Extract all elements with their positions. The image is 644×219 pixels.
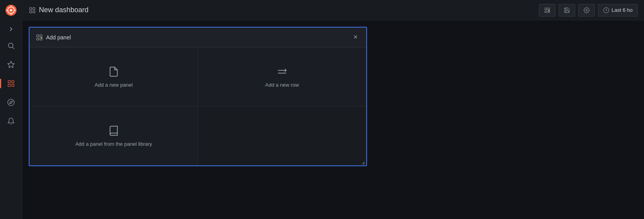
rows-icon [277, 66, 288, 77]
svg-point-26 [586, 9, 587, 11]
save-dashboard-button[interactable] [559, 4, 575, 17]
sidebar-item-explore[interactable] [0, 93, 22, 112]
topbar-dashboard-icon [29, 7, 36, 14]
dashboard-content: Add panel × Add a new panel [22, 20, 644, 219]
svg-rect-29 [40, 35, 42, 37]
sidebar-logo [0, 0, 22, 20]
sidebar [0, 0, 22, 219]
svg-rect-30 [37, 38, 39, 40]
book-icon [108, 125, 119, 136]
add-new-row-option[interactable]: Add a new row [198, 47, 366, 106]
add-panel-library-option[interactable]: Add a panel from the panel library [30, 106, 198, 165]
explore-icon [7, 98, 15, 106]
add-new-panel-option[interactable]: Add a new panel [30, 47, 198, 106]
add-panel-title-text: Add panel [46, 34, 71, 41]
panel-option-empty [198, 106, 366, 165]
add-panel-library-label: Add a panel from the panel library [75, 141, 152, 147]
add-panel-button[interactable] [539, 4, 555, 17]
add-panel-icon [544, 7, 550, 13]
time-range-label: Last 6 ho [612, 7, 633, 13]
sidebar-toggle-button[interactable] [0, 22, 22, 36]
svg-marker-9 [8, 61, 15, 68]
svg-point-2 [10, 9, 12, 11]
gear-icon [583, 7, 590, 13]
page-title: New dashboard [39, 6, 539, 14]
main-content: New dashboard [22, 0, 644, 219]
dashboard-grid-icon [29, 7, 36, 14]
add-new-panel-label: Add a new panel [95, 82, 133, 88]
grafana-logo-icon [6, 5, 17, 16]
svg-rect-11 [12, 81, 14, 83]
clock-icon [603, 7, 609, 13]
sidebar-item-starred[interactable] [0, 55, 22, 74]
add-panel-header-icon [36, 34, 43, 41]
svg-point-7 [8, 43, 13, 48]
topbar-actions: Last 6 ho [539, 4, 638, 17]
svg-rect-21 [548, 8, 550, 10]
svg-rect-28 [37, 35, 39, 37]
topbar: New dashboard [22, 0, 644, 20]
sidebar-item-dashboards[interactable] [0, 74, 22, 93]
svg-rect-19 [33, 11, 35, 13]
bell-icon [7, 117, 15, 125]
settings-button[interactable] [578, 4, 595, 17]
time-range-button[interactable]: Last 6 ho [598, 4, 638, 17]
file-icon [108, 66, 119, 77]
svg-rect-17 [33, 7, 35, 9]
svg-rect-20 [545, 8, 547, 10]
search-icon [7, 42, 15, 50]
add-panel-container: Add panel × Add a new panel [29, 27, 367, 166]
sidebar-item-search[interactable] [0, 36, 22, 55]
chevron-right-icon [7, 26, 15, 33]
add-new-row-label: Add a new row [265, 82, 299, 88]
svg-rect-13 [12, 84, 14, 87]
dashboards-icon [7, 80, 15, 87]
add-panel-grid: Add a new panel Add a new row [30, 47, 366, 165]
svg-line-8 [13, 47, 15, 49]
add-panel-close-button[interactable]: × [351, 32, 360, 42]
svg-rect-18 [30, 11, 31, 13]
svg-rect-16 [30, 7, 31, 9]
resize-handle[interactable]: ◢ [362, 160, 365, 165]
svg-rect-10 [8, 81, 11, 83]
svg-marker-15 [9, 101, 12, 104]
sidebar-item-alerting[interactable] [0, 112, 22, 131]
star-icon [7, 61, 15, 69]
add-panel-title: Add panel [36, 34, 71, 41]
add-panel-header: Add panel × [30, 28, 366, 47]
svg-rect-22 [545, 11, 547, 13]
svg-point-14 [8, 99, 15, 106]
save-icon [564, 7, 570, 13]
svg-rect-12 [8, 84, 11, 87]
